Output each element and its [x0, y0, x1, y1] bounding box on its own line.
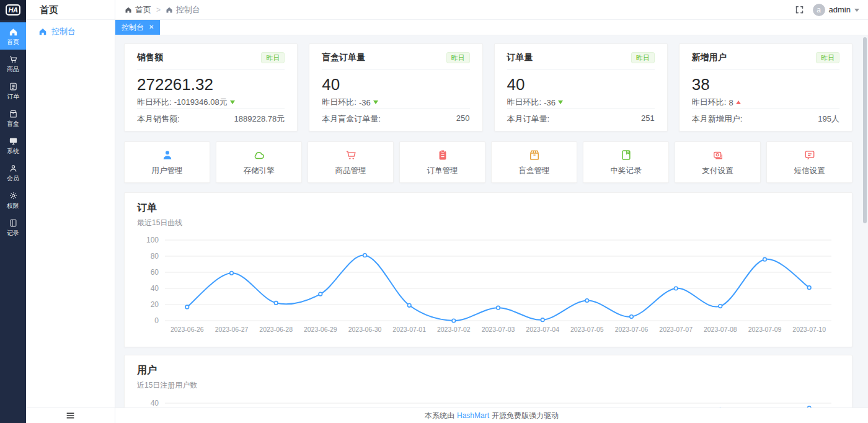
app-logo[interactable]: HA [0, 0, 26, 20]
trend-caret-icon [558, 100, 563, 104]
stat-footer-value: 250 [456, 114, 470, 125]
chart-subtitle: 最近15日曲线 [137, 218, 839, 228]
primary-sidebar: HA 首页 商品 订单 盲盒 系统 [0, 0, 26, 423]
submenu-item-label: 控制台 [51, 26, 76, 37]
svg-text:2023-07-09: 2023-07-09 [748, 326, 782, 333]
breadcrumb-separator: > [156, 6, 161, 14]
svg-text:100: 100 [146, 236, 159, 244]
breadcrumb-item-home[interactable]: 首页 [125, 4, 151, 16]
shortcut-order-management[interactable]: 订单管理 [399, 141, 485, 183]
stat-card-row: 销售额 昨日 272261.32 昨日环比: -1019346.08元 本月销售… [124, 43, 852, 131]
divider [322, 69, 469, 70]
fullscreen-button[interactable] [794, 4, 805, 16]
shortcut-goods-management[interactable]: 商品管理 [308, 141, 394, 183]
sidebar-item-permissions[interactable]: 权限 [0, 186, 26, 213]
secondary-sidebar: 首页 控制台 [26, 0, 115, 423]
svg-text:40: 40 [151, 284, 159, 293]
stat-footer-label: 本月订单量: [507, 114, 550, 125]
shortcut-winning-records[interactable]: 中奖记录 [583, 141, 669, 183]
stat-footer-label: 本月新增用户: [692, 114, 743, 125]
svg-text:0: 0 [154, 316, 159, 325]
sidebar-item-goods[interactable]: 商品 [0, 50, 26, 77]
svg-text:60: 60 [151, 268, 159, 277]
svg-text:2023-07-05: 2023-07-05 [570, 326, 604, 333]
footer-brand-link[interactable]: HashMart [457, 411, 489, 420]
divider [322, 108, 469, 109]
stat-value: 40 [507, 75, 655, 94]
svg-text:2023-07-01: 2023-07-01 [392, 326, 426, 333]
sidebar-item-system[interactable]: 系统 [0, 131, 26, 159]
shortcut-label: 订单管理 [427, 166, 458, 176]
orders-line-chart: 1008060402002023-06-262023-06-272023-06-… [137, 236, 841, 336]
book-icon [620, 149, 632, 161]
chevron-down-icon [854, 9, 859, 12]
divider [137, 69, 285, 70]
sidebar-item-label: 订单 [7, 93, 19, 100]
trend-caret-icon [373, 100, 378, 104]
compare-label: 昨日环比: [322, 97, 356, 108]
svg-text:2023-06-26: 2023-06-26 [170, 326, 204, 333]
stat-title: 盲盒订单量 [322, 52, 365, 63]
sidebar-item-home[interactable]: 首页 [0, 22, 26, 50]
sidebar-item-label: 记录 [7, 229, 19, 236]
yesterday-badge: 昨日 [816, 52, 839, 63]
stat-value: 38 [692, 75, 839, 94]
yesterday-badge: 昨日 [261, 52, 285, 63]
svg-text:20: 20 [151, 300, 159, 309]
orders-chart-card: 订单 最近15日曲线 1008060402002023-06-262023-06… [124, 192, 852, 347]
divider [692, 108, 839, 109]
stat-card-blindbox-orders: 盲盒订单量 昨日 40 昨日环比: -36 本月盲盒订单量: 250 [309, 43, 482, 131]
chart-subtitle: 近15日注册用户数 [137, 380, 839, 391]
shortcut-blindbox-management[interactable]: 盲盒管理 [491, 141, 577, 183]
yesterday-badge: 昨日 [446, 52, 470, 63]
divider [692, 69, 839, 70]
sidebar-item-blindbox[interactable]: 盲盒 [0, 104, 26, 131]
svg-text:2023-07-08: 2023-07-08 [704, 326, 737, 333]
compare-value: -36 [359, 98, 371, 107]
tab-close-icon[interactable]: ✕ [149, 24, 154, 30]
compare-label: 昨日环比: [137, 97, 172, 108]
shortcut-user-management[interactable]: 用户管理 [124, 141, 210, 183]
avatar: a [813, 4, 825, 16]
svg-text:2023-07-02: 2023-07-02 [437, 326, 471, 333]
svg-text:2023-06-27: 2023-06-27 [215, 326, 249, 333]
svg-text:80: 80 [151, 252, 159, 260]
tab-bar: 控制台 ✕ [115, 20, 868, 35]
fullscreen-icon [795, 5, 804, 14]
submenu-item-console[interactable]: 控制台 [26, 20, 115, 43]
notebook-icon [9, 218, 18, 228]
compare-value: -1019346.08元 [174, 97, 228, 108]
svg-text:40: 40 [151, 399, 159, 407]
section-title: 首页 [26, 0, 115, 20]
breadcrumb-item-console[interactable]: 控制台 [166, 4, 200, 16]
stat-title: 新增用户 [692, 52, 727, 63]
home-icon [9, 27, 18, 37]
vertical-scrollbar[interactable] [863, 37, 867, 223]
sidebar-item-records[interactable]: 记录 [0, 213, 26, 241]
stat-card-new-users: 新增用户 昨日 38 昨日环比: 8 本月新增用户: 195人 [679, 43, 852, 131]
svg-text:2023-07-03: 2023-07-03 [482, 326, 515, 333]
stat-value: 40 [322, 75, 469, 94]
collapse-sidebar-button[interactable] [26, 407, 115, 423]
sidebar-item-members[interactable]: 会员 [0, 159, 26, 186]
svg-text:2023-07-04: 2023-07-04 [526, 326, 559, 333]
sidebar-item-orders[interactable]: 订单 [0, 77, 26, 104]
footer-text-prefix: 本系统由 [425, 411, 454, 421]
compare-label: 昨日环比: [692, 97, 727, 108]
footer-text-suffix: 开源免费版强力驱动 [492, 411, 559, 421]
shortcut-sms-settings[interactable]: 短信设置 [766, 141, 852, 183]
stat-value: 272261.32 [137, 75, 285, 94]
tab-console[interactable]: 控制台 ✕ [115, 20, 160, 35]
tab-label: 控制台 [122, 22, 144, 33]
cart-icon [9, 55, 18, 64]
shortcut-payment-settings[interactable]: 支付设置 [675, 141, 761, 183]
shortcut-storage-engine[interactable]: 存储引擎 [216, 141, 302, 183]
shortcut-row: 用户管理 存储引擎 商品管理 订单管理 盲盒管理 中奖记录 [124, 141, 852, 183]
logo-text: HA [6, 4, 21, 16]
stat-card-sales: 销售额 昨日 272261.32 昨日环比: -1019346.08元 本月销售… [124, 43, 298, 131]
sidebar-item-label: 系统 [7, 148, 19, 154]
username: admin [829, 5, 851, 14]
shortcut-label: 存储引擎 [244, 166, 275, 176]
main-content: 销售额 昨日 272261.32 昨日环比: -1019346.08元 本月销售… [115, 35, 868, 423]
user-menu[interactable]: a admin [813, 4, 859, 16]
